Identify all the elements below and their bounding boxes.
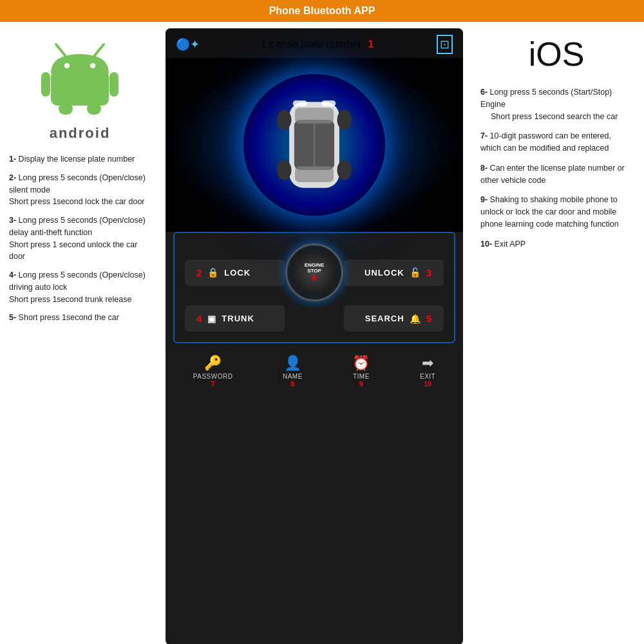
name-icon: 👤 <box>284 355 301 372</box>
trunk-button[interactable]: 4 ▣ TRUNK <box>185 305 285 332</box>
unlock-btn-num: 3 <box>426 267 432 278</box>
time-icon: ⏰ <box>352 355 370 372</box>
header-number: 1 <box>368 39 374 50</box>
svg-point-2 <box>90 63 95 68</box>
phone-header-title: License plate number 1 <box>263 39 374 50</box>
controls-area: 2 🔒 LOCK ENGINE STOP 6 UNLOCK 🔓 3 <box>173 232 455 343</box>
list-item: 4- Long press 5 seconds (Open/close) dri… <box>9 269 151 305</box>
list-item: 7- 10-digit password can be entered, whi… <box>480 130 632 155</box>
password-icon: 🔑 <box>204 355 222 372</box>
engine-stop-button[interactable]: ENGINE STOP 6 <box>285 243 343 301</box>
trunk-icon: ▣ <box>207 314 216 324</box>
engine-line1: ENGINE <box>305 262 325 268</box>
list-item: 2- Long press 5 seconds (Open/close) sil… <box>9 172 151 208</box>
name-num: 8 <box>290 380 294 388</box>
svg-point-14 <box>337 110 352 130</box>
svg-rect-11 <box>295 108 334 123</box>
svg-rect-5 <box>41 72 50 97</box>
svg-rect-18 <box>293 100 307 106</box>
password-num: 7 <box>211 380 215 388</box>
list-item: 5- Short press 1second the car <box>9 312 151 324</box>
list-item: 1- Display the license plate number <box>9 153 151 166</box>
controls-row-top: 2 🔒 LOCK ENGINE STOP 6 UNLOCK 🔓 3 <box>185 243 444 301</box>
unlock-button[interactable]: UNLOCK 🔓 3 <box>344 260 444 286</box>
nav-password[interactable]: 🔑 PASSWORD 7 <box>193 355 233 388</box>
top-banner: Phone Bluetooth APP <box>0 0 644 22</box>
lock-btn-label: LOCK <box>224 268 251 278</box>
right-panel: iOS 6- Long press 5 seconds (Start/Stop)… <box>469 28 644 644</box>
center-panel: 🔵✦ License plate number 1 ⊡ <box>160 28 469 644</box>
trunk-btn-label: TRUNK <box>222 314 254 323</box>
nav-name[interactable]: 👤 NAME 8 <box>283 355 303 388</box>
svg-rect-19 <box>321 100 336 106</box>
exit-label: EXIT <box>420 373 435 380</box>
time-label: TIME <box>353 373 370 380</box>
name-label: NAME <box>283 373 303 380</box>
svg-rect-6 <box>109 72 118 97</box>
bluetooth-icon: 🔵✦ <box>176 37 200 52</box>
list-item: 3- Long press 5 seconds (Open/close) del… <box>9 214 151 263</box>
trunk-btn-num: 4 <box>196 313 202 324</box>
exit-num: 10 <box>424 380 431 388</box>
bottom-nav: 🔑 PASSWORD 7 👤 NAME 8 ⏰ TIME 9 ➡ EXIT <box>166 348 463 394</box>
list-item: 6- Long press 5 seconds (Start/Stop) Eng… <box>480 86 632 122</box>
svg-line-3 <box>56 44 65 55</box>
lock-button[interactable]: 2 🔒 LOCK <box>185 260 285 286</box>
android-label: android <box>50 125 111 142</box>
ios-label: iOS <box>480 35 632 73</box>
svg-line-4 <box>95 44 104 55</box>
engine-line2: STOP <box>307 268 321 274</box>
unlock-btn-label: UNLOCK <box>365 268 404 278</box>
svg-rect-0 <box>51 70 109 106</box>
list-item: 9- Shaking to shaking mobile phone to un… <box>480 194 632 230</box>
engine-num: 6 <box>312 274 317 283</box>
phone-header: 🔵✦ License plate number 1 ⊡ <box>166 28 463 58</box>
car-circle <box>243 74 385 216</box>
banner-title: Phone Bluetooth APP <box>269 5 375 16</box>
password-label: PASSWORD <box>193 373 233 380</box>
time-num: 9 <box>359 380 363 388</box>
android-logo-icon <box>38 35 122 118</box>
search-btn-num: 5 <box>426 313 432 324</box>
phone-screen: 🔵✦ License plate number 1 ⊡ <box>166 28 463 644</box>
svg-point-15 <box>277 160 291 180</box>
car-display <box>166 58 463 232</box>
scan-icon[interactable]: ⊡ <box>437 35 453 54</box>
list-item: 8- Can enter the license plate number or… <box>480 162 632 187</box>
exit-icon: ➡ <box>422 355 433 372</box>
lock-btn-num: 2 <box>196 267 202 278</box>
svg-rect-8 <box>87 103 101 115</box>
search-btn-label: SEARCH <box>365 314 404 323</box>
controls-row-bottom: 4 ▣ TRUNK SEARCH 🔔 5 <box>185 305 444 332</box>
svg-point-1 <box>64 63 70 68</box>
unlock-icon: 🔓 <box>410 267 421 278</box>
left-feature-list: 1- Display the license plate number 2- L… <box>9 153 151 330</box>
right-feature-list: 6- Long press 5 seconds (Start/Stop) Eng… <box>480 86 632 258</box>
svg-rect-12 <box>295 166 334 182</box>
search-button[interactable]: SEARCH 🔔 5 <box>344 305 444 332</box>
svg-point-13 <box>277 110 291 130</box>
list-item: 10- Exit APP <box>480 238 632 251</box>
lock-icon: 🔒 <box>207 267 219 278</box>
svg-rect-7 <box>59 103 73 115</box>
car-top-view-icon <box>263 80 366 209</box>
nav-exit[interactable]: ➡ EXIT 10 <box>420 355 435 388</box>
search-bell-icon: 🔔 <box>410 314 421 324</box>
left-panel: android 1- Display the license plate num… <box>0 28 160 644</box>
nav-time[interactable]: ⏰ TIME 9 <box>352 355 370 388</box>
svg-point-16 <box>337 160 352 180</box>
